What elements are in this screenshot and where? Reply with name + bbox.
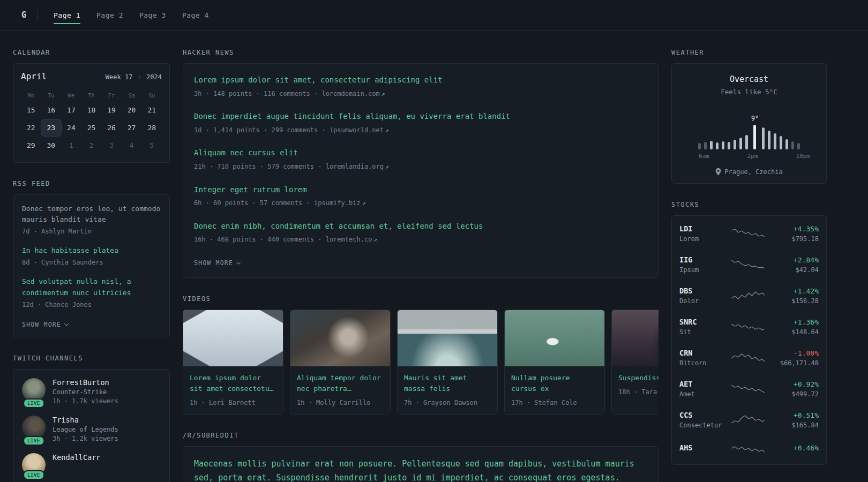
hackernews-item-title[interactable]: Aliquam nec cursus elit	[194, 147, 647, 159]
source-link[interactable]: ipsumify.biz	[314, 199, 361, 207]
stock-row[interactable]: CCS Consectetur +0.51% $165.84	[679, 404, 819, 435]
calendar-weekday: We	[61, 90, 81, 101]
stock-price: $795.18	[770, 235, 819, 243]
hackernews-item: Integer eget rutrum lorem 6h · 60 points…	[194, 184, 647, 208]
separator-dot: ·	[138, 73, 141, 81]
weather-bar-slot	[780, 103, 782, 149]
calendar-week: Week 17	[106, 73, 133, 81]
item-stats: 1d · 1,414 points · 299 comments ·	[194, 126, 326, 134]
channel-name[interactable]: KendallCarr	[53, 453, 100, 462]
stock-price: $66,171.48	[770, 359, 819, 367]
live-badge: LIVE	[23, 470, 44, 480]
stock-row[interactable]: AET Amet +0.92% $499.72	[679, 373, 819, 404]
hackernews-show-more-button[interactable]: SHOW MORE	[194, 257, 240, 267]
video-thumbnail	[290, 310, 390, 366]
video-row: Lorem ipsum dolor sit amet consectetu… 1…	[183, 310, 659, 415]
stock-row[interactable]: CRN Bitcorn -1.00% $66,171.48	[679, 342, 819, 373]
weather-bar	[704, 142, 707, 149]
avatar-wrap: LIVE	[22, 416, 46, 442]
video-card[interactable]: Mauris sit amet massa felis 7h · Grayson…	[397, 310, 498, 415]
stock-row[interactable]: SNRC Sit +1.36% $148.64	[679, 311, 819, 342]
subreddit-post-title[interactable]: Maecenas mollis pulvinar erat non posuer…	[194, 457, 647, 482]
weather-bar	[791, 141, 794, 149]
rss-item-title[interactable]: Donec tempor eros leo, ut commodo mauris…	[22, 204, 161, 225]
video-card[interactable]: Suspendisse diam 18h · Tara	[611, 310, 659, 415]
app-logo[interactable]: G	[21, 10, 26, 20]
hackernews-widget: HACKER NEWS Lorem ipsum dolor sit amet, …	[183, 49, 659, 278]
avatar-wrap: LIVE	[22, 378, 46, 405]
stock-id: DBS Dolor	[679, 287, 725, 305]
page-tab[interactable]: Page 4	[176, 6, 215, 24]
stock-values: +1.36% $148.64	[770, 318, 819, 336]
page-tab[interactable]: Page 1	[47, 6, 87, 24]
channel-name[interactable]: Trisha	[53, 416, 118, 424]
source-link[interactable]: ipsumworld.net	[330, 126, 384, 134]
video-card[interactable]: Aliquam tempor dolor nec pharetra… 1h · …	[290, 310, 391, 415]
rss-show-more-button[interactable]: SHOW MORE	[22, 319, 68, 328]
show-more-label: SHOW MORE	[194, 259, 233, 267]
rss-item-meta: 8d · Cynthia Saunders	[22, 258, 161, 267]
calendar-day: 5	[141, 137, 162, 154]
weather-bar	[768, 131, 770, 149]
twitch-widget: TWITCH CHANNELS LIVE ForrestBurton Count…	[13, 355, 170, 482]
hackernews-item-title[interactable]: Lorem ipsum dolor sit amet, consectetur …	[194, 74, 647, 86]
calendar-weekday: Fr	[101, 90, 122, 101]
calendar-day: 1	[61, 137, 81, 154]
rss-item-title[interactable]: In hac habitasse platea	[22, 245, 161, 256]
external-link-icon: ↗	[381, 91, 385, 97]
stocks-card: LDI Lorem +4.35% $795.18 IIG Ipsum	[671, 215, 827, 465]
hackernews-item-title[interactable]: Donec enim nibh, condimentum et accumsan…	[194, 221, 647, 232]
weather-bar-slot	[745, 103, 748, 149]
stock-row[interactable]: DBS Dolor +1.42% $156.28	[679, 280, 819, 311]
rss-item-title[interactable]: Sed volutpat nulla nisl, a condimentum n…	[22, 276, 161, 298]
stock-ticker: CRN	[679, 349, 725, 357]
video-card-body: Lorem ipsum dolor sit amet consectetu… 1…	[183, 366, 283, 414]
stock-row[interactable]: IIG Ipsum +2.84% $42.04	[679, 249, 819, 280]
hackernews-item-meta: 3h · 148 points · 116 comments · loremdo…	[194, 89, 647, 99]
stock-name: Dolor	[679, 297, 725, 305]
page-tab[interactable]: Page 2	[90, 6, 130, 24]
source-link[interactable]: loremdomain.com	[321, 90, 379, 97]
video-card-body: Suspendisse diam 18h · Tara	[612, 366, 659, 403]
weather-bar-slot	[774, 103, 776, 149]
page-tab-label: Page 1	[54, 11, 80, 24]
weather-bar	[774, 133, 776, 149]
stock-values: +4.35% $795.18	[770, 225, 819, 243]
channel-name[interactable]: ForrestBurton	[53, 378, 118, 387]
calendar-day: 17	[61, 102, 81, 118]
calendar-day: 22	[21, 119, 41, 136]
subreddit-heading: /R/SUBREDDIT	[183, 432, 659, 439]
item-stats: 21h · 710 points · 579 comments ·	[194, 163, 321, 170]
source-link[interactable]: loremtech.co	[326, 236, 372, 243]
stock-row[interactable]: LDI Lorem +4.35% $795.18	[679, 218, 819, 249]
stock-values: +1.42% $156.28	[770, 287, 819, 305]
stock-values: +0.92% $499.72	[770, 380, 819, 398]
twitch-channel-row[interactable]: LIVE KendallCarr	[22, 453, 161, 477]
stock-sparkline	[731, 413, 765, 427]
stock-id: LDI Lorem	[679, 224, 725, 243]
stock-ticker: DBS	[679, 287, 725, 295]
chevron-down-icon	[236, 260, 241, 264]
video-card[interactable]: Nullam posuere cursus ex 17h · Stefan Co…	[504, 310, 605, 415]
stock-change: +0.51%	[770, 411, 819, 419]
calendar-week-year: Week 17 · 2024	[106, 73, 162, 81]
weather-bar-slot	[785, 103, 788, 149]
twitch-channel-row[interactable]: LIVE Trisha League of Legends 3h · 1.2k …	[22, 416, 161, 442]
source-link[interactable]: loremlandia.org	[326, 163, 384, 170]
page-tab[interactable]: Page 3	[133, 6, 173, 24]
weather-condition: Overcast	[680, 74, 818, 84]
stock-name: Consectetur	[679, 421, 725, 429]
topbar: G Page 1 Page 2 Page 3 Page 4	[0, 0, 868, 31]
hackernews-item-title[interactable]: Donec imperdiet augue tincidunt felis al…	[194, 111, 647, 123]
weather-axis-label: 2pm	[747, 153, 758, 160]
video-card[interactable]: Lorem ipsum dolor sit amet consectetu… 1…	[183, 310, 283, 415]
video-thumbnail	[612, 310, 659, 366]
twitch-channel-row[interactable]: LIVE ForrestBurton Counter-Strike 1h · 1…	[22, 378, 161, 405]
stock-name: Bitcorn	[679, 359, 725, 367]
calendar-day: 21	[141, 102, 162, 118]
calendar-day-grid: 1516171819202122232425262728293012345	[21, 101, 162, 154]
weather-location-label: Prague, Czechia	[724, 168, 782, 176]
stock-row[interactable]: AHS +0.46%	[679, 435, 819, 462]
hackernews-item-title[interactable]: Integer eget rutrum lorem	[194, 184, 647, 196]
calendar-day: 2	[81, 137, 102, 154]
